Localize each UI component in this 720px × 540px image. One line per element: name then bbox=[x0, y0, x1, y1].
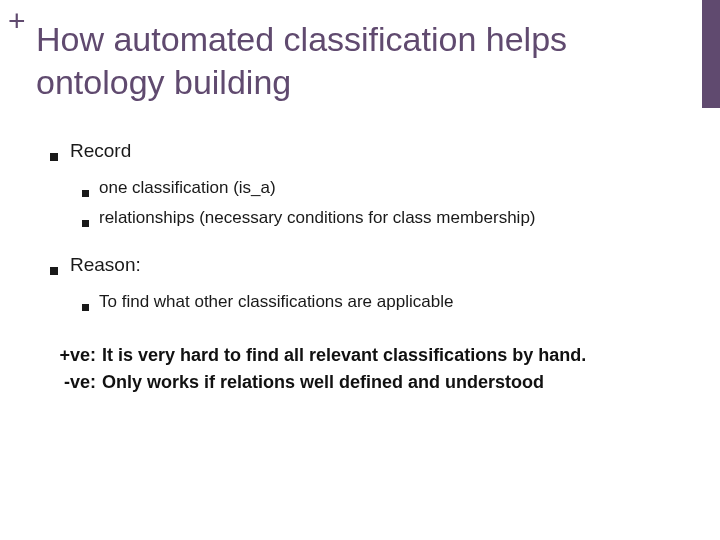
accent-bar bbox=[702, 0, 720, 108]
bullet-text: one classification (is_a) bbox=[99, 178, 276, 198]
bullet-reason: Reason: bbox=[50, 254, 680, 276]
bullet-text: To find what other classifications are a… bbox=[99, 292, 453, 312]
square-bullet-icon bbox=[82, 304, 89, 311]
bullet-record-sub: one classification (is_a) relationships … bbox=[82, 178, 680, 228]
note-text: It is very hard to find all relevant cla… bbox=[102, 342, 586, 369]
note-negative: -ve: Only works if relations well define… bbox=[54, 369, 680, 396]
list-item: one classification (is_a) bbox=[82, 178, 680, 198]
bullet-reason-sub: To find what other classifications are a… bbox=[82, 292, 680, 312]
square-bullet-icon bbox=[50, 153, 58, 161]
bullet-label: Record bbox=[70, 140, 131, 162]
note-positive: +ve: It is very hard to find all relevan… bbox=[54, 342, 680, 369]
square-bullet-icon bbox=[82, 220, 89, 227]
note-label: -ve: bbox=[54, 369, 96, 396]
bullet-label: Reason: bbox=[70, 254, 141, 276]
notes: +ve: It is very hard to find all relevan… bbox=[54, 342, 680, 396]
plus-icon: + bbox=[8, 6, 26, 36]
note-text: Only works if relations well defined and… bbox=[102, 369, 544, 396]
note-label: +ve: bbox=[54, 342, 96, 369]
slide-title: How automated classification helps ontol… bbox=[36, 18, 680, 103]
list-item: relationships (necessary conditions for … bbox=[82, 208, 680, 228]
square-bullet-icon bbox=[82, 190, 89, 197]
slide-body: Record one classification (is_a) relatio… bbox=[50, 140, 680, 396]
bullet-text: relationships (necessary conditions for … bbox=[99, 208, 536, 228]
bullet-record: Record bbox=[50, 140, 680, 162]
list-item: To find what other classifications are a… bbox=[82, 292, 680, 312]
square-bullet-icon bbox=[50, 267, 58, 275]
